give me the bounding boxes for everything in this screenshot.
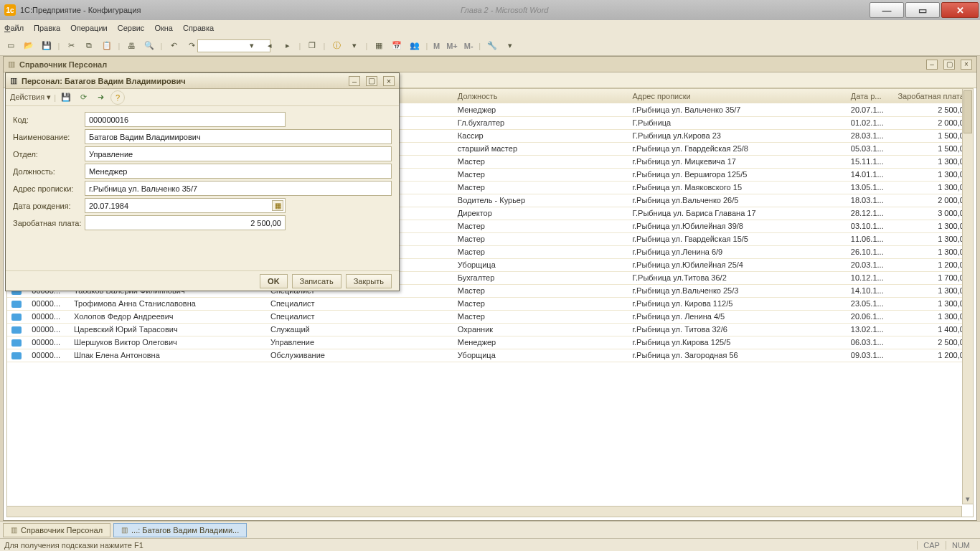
label-dept: Отдел: bbox=[13, 150, 85, 159]
new-icon[interactable]: ▭ bbox=[3, 38, 19, 54]
status-cap: CAP bbox=[917, 541, 946, 550]
preview-icon[interactable]: 🔍 bbox=[141, 38, 157, 54]
dir-minimize-button[interactable]: – bbox=[926, 60, 938, 70]
copy-icon[interactable]: ⧉ bbox=[81, 38, 97, 54]
menu-file[interactable]: ФФайлайл bbox=[4, 24, 24, 32]
titlebar: 1c 1С:Предприятие - Конфигурация Глава 2… bbox=[0, 0, 980, 20]
tab-dialog[interactable]: ▥...: Батагов Вадим Владими... bbox=[113, 523, 247, 537]
list-icon: ▥ bbox=[10, 76, 17, 85]
maximize-button[interactable]: ▭ bbox=[905, 2, 940, 18]
label-address: Адрес прописки: bbox=[13, 184, 85, 193]
print-icon[interactable]: 🖶 bbox=[123, 38, 139, 54]
row-icon bbox=[11, 314, 22, 321]
menu-operations[interactable]: Операции bbox=[70, 24, 107, 32]
input-position[interactable]: Менеджер bbox=[85, 164, 392, 179]
vertical-scrollbar[interactable]: ▴ ▾ bbox=[962, 88, 974, 504]
label-code: Код: bbox=[13, 116, 85, 124]
windows-icon[interactable]: ❐ bbox=[304, 38, 320, 54]
ok-button[interactable]: OK bbox=[260, 274, 288, 288]
close-button[interactable]: ✕ bbox=[941, 2, 979, 18]
search-dropdown-icon[interactable]: ▾ bbox=[244, 38, 260, 54]
row-icon bbox=[11, 301, 22, 308]
label-salary: Заробатная плата: bbox=[13, 219, 85, 227]
input-salary[interactable]: 2 500,00 bbox=[85, 215, 286, 230]
menu-edit[interactable]: Правка bbox=[34, 24, 60, 32]
col-birth[interactable]: Дата р... bbox=[847, 89, 892, 103]
dialog-body: Код: 000000016 Наименование: Батагов Вад… bbox=[6, 106, 399, 235]
table-row[interactable]: 00000...Шпак Елена АнтоновнаОбслуживание… bbox=[7, 349, 973, 362]
row-icon bbox=[11, 326, 22, 334]
workspace: ▥ Справочник Персонал – ▢ × Де Д bbox=[3, 56, 977, 521]
close-dialog-button[interactable]: Закрыть bbox=[346, 274, 392, 288]
open-icon[interactable]: 📂 bbox=[21, 38, 37, 54]
dialog-footer: OK Записать Закрыть bbox=[6, 270, 399, 291]
label-birth: Дата рождения: bbox=[13, 202, 85, 210]
goto-icon[interactable]: ➜ bbox=[93, 90, 108, 105]
statusbar: Для получения подсказки нажмите F1 CAP N… bbox=[0, 538, 980, 551]
paste-icon[interactable]: 📋 bbox=[99, 38, 115, 54]
undo-icon[interactable]: ↶ bbox=[166, 38, 182, 54]
scroll-down-icon[interactable]: ▾ bbox=[963, 494, 973, 504]
directory-titlebar: ▥ Справочник Персонал – ▢ × bbox=[4, 57, 976, 72]
info-icon[interactable]: ⓘ bbox=[329, 38, 344, 54]
input-birth[interactable]: 20.07.1984▦ bbox=[85, 198, 286, 213]
menu-windows[interactable]: Окна bbox=[154, 24, 173, 32]
col-salary[interactable]: Заробатная плата bbox=[892, 89, 973, 103]
cut-icon[interactable]: ✂ bbox=[63, 38, 79, 54]
dlg-minimize-button[interactable]: – bbox=[349, 76, 360, 86]
info-dropdown-icon[interactable]: ▾ bbox=[347, 38, 362, 54]
horizontal-scrollbar[interactable] bbox=[6, 506, 962, 517]
save-record-icon[interactable]: 💾 bbox=[59, 90, 73, 105]
row-icon bbox=[11, 339, 22, 347]
users-icon[interactable]: 👥 bbox=[407, 38, 423, 54]
input-address[interactable]: г.Рыбница ул. Вальченко 35/7 bbox=[85, 181, 392, 196]
window-tabs: ▥Справочник Персонал ▥...: Батагов Вадим… bbox=[0, 521, 980, 538]
calendar-icon[interactable]: 📅 bbox=[389, 38, 405, 54]
table-row[interactable]: 00000...Царевский Юрий ТарасовичСлужащий… bbox=[7, 323, 973, 336]
label-name: Наименование: bbox=[13, 133, 85, 141]
menu-help[interactable]: Справка bbox=[183, 24, 214, 32]
status-hint: Для получения подсказки нажмите F1 bbox=[4, 541, 143, 550]
menubar: ФФайлайл Правка Операции Сервис Окна Спр… bbox=[0, 20, 980, 36]
dir-close-button[interactable]: × bbox=[961, 60, 972, 70]
col-address[interactable]: Адрес прописки bbox=[628, 89, 846, 103]
list-icon: ▥ bbox=[8, 60, 15, 69]
settings-dropdown-icon[interactable]: ▾ bbox=[502, 38, 518, 54]
table-row[interactable]: 00000...Шершуков Виктор ОлеговичУправлен… bbox=[7, 336, 973, 349]
row-icon bbox=[11, 352, 22, 359]
m-label: M bbox=[431, 42, 442, 50]
refresh-icon[interactable]: ⟳ bbox=[76, 90, 90, 105]
actions-menu[interactable]: Действия ▾ bbox=[10, 93, 51, 102]
tab-directory[interactable]: ▥Справочник Персонал bbox=[3, 523, 110, 537]
input-name[interactable]: Батагов Вадим Владимирович bbox=[85, 129, 392, 144]
save-icon[interactable]: 💾 bbox=[39, 38, 55, 54]
dir-maximize-button[interactable]: ▢ bbox=[943, 60, 955, 70]
search-prev-icon[interactable]: ◂ bbox=[262, 38, 278, 54]
app-title: 1С:Предприятие - Конфигурация bbox=[20, 6, 141, 14]
input-code[interactable]: 000000016 bbox=[85, 112, 286, 127]
minimize-button[interactable]: — bbox=[870, 2, 904, 18]
m-plus-label: M+ bbox=[444, 42, 460, 50]
calc-icon[interactable]: ▦ bbox=[371, 38, 387, 54]
col-position[interactable]: Должность bbox=[453, 89, 628, 103]
dlg-close-button[interactable]: × bbox=[383, 76, 395, 86]
calendar-picker-icon[interactable]: ▦ bbox=[272, 200, 283, 211]
status-num: NUM bbox=[946, 541, 976, 550]
directory-title: Справочник Персонал bbox=[19, 60, 107, 69]
list-icon: ▥ bbox=[11, 526, 17, 534]
record-dialog: ▥ Персонал: Батагов Вадим Владимирович –… bbox=[5, 72, 400, 291]
dialog-title: Персонал: Батагов Вадим Владимирович bbox=[22, 77, 186, 85]
input-dept[interactable]: Управление bbox=[85, 146, 392, 161]
write-button[interactable]: Записать bbox=[292, 274, 341, 288]
help-icon[interactable]: ? bbox=[110, 90, 125, 105]
table-row[interactable]: 00000...Трофимова Анна СтаниславовнаСпец… bbox=[7, 297, 973, 310]
table-row[interactable]: 00000...Холопов Федор АндреевичСпециалис… bbox=[7, 310, 973, 323]
dlg-maximize-button[interactable]: ▢ bbox=[366, 76, 377, 86]
menu-service[interactable]: Сервис bbox=[118, 24, 145, 32]
search-next-icon[interactable]: ▸ bbox=[280, 38, 296, 54]
list-icon: ▥ bbox=[121, 526, 128, 534]
main-toolbar: ▭ 📂 💾 | ✂ ⧉ 📋 | 🖶 🔍 | ↶ ↷ | 🔍 ▾ ◂ ▸ | ❐ … bbox=[0, 36, 980, 56]
dialog-titlebar[interactable]: ▥ Персонал: Батагов Вадим Владимирович –… bbox=[6, 73, 399, 89]
scroll-thumb[interactable] bbox=[963, 90, 972, 133]
settings-icon[interactable]: 🔧 bbox=[484, 38, 500, 54]
